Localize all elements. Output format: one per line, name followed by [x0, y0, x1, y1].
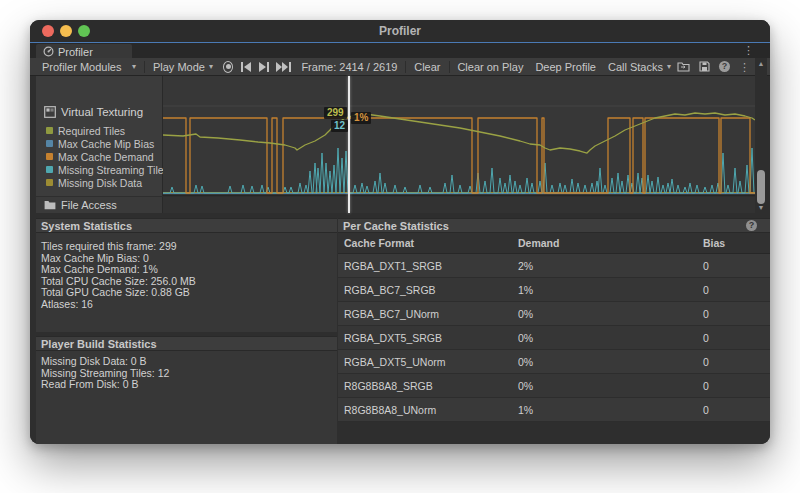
- table-row[interactable]: RGBA_BC7_UNorm 0% 0: [338, 302, 770, 326]
- legend-swatch: [46, 140, 53, 147]
- column-header-demand[interactable]: Demand: [518, 237, 703, 249]
- tab-label: Profiler: [58, 46, 93, 58]
- legend-item-max-cache-demand[interactable]: Max Cache Demand: [46, 150, 169, 163]
- deep-profile-toggle[interactable]: Deep Profile: [529, 58, 602, 76]
- scroll-up-icon[interactable]: ▲: [755, 60, 767, 67]
- virtual-texturing-title: Virtual Texturing: [44, 106, 143, 118]
- next-frame-button[interactable]: [258, 62, 270, 72]
- virtual-texturing-chart[interactable]: [163, 76, 755, 196]
- per-cache-statistics-pane: Per Cache Statistics ? Cache Format Dema…: [338, 213, 770, 444]
- details-region: System Statistics Tiles required this fr…: [30, 213, 770, 444]
- record-button[interactable]: [223, 61, 233, 73]
- skip-to-last-frame-icon: [276, 62, 292, 72]
- statistics-pane: System Statistics Tiles required this fr…: [36, 213, 337, 444]
- tab-menu-kebab-icon[interactable]: ⋮: [743, 44, 754, 56]
- step-forward-icon: [258, 62, 270, 72]
- legend-item-required-tiles[interactable]: Required Tiles: [46, 124, 169, 137]
- player-build-statistics-header: Player Build Statistics: [36, 336, 337, 351]
- toolbar-separator: [144, 61, 145, 73]
- tab-bar: Profiler ⋮: [30, 42, 770, 58]
- save-profile-button[interactable]: [699, 61, 710, 72]
- table-header-row: Cache Format Demand Bias: [338, 233, 770, 254]
- chart-vertical-scrollbar[interactable]: ▲ ▼: [755, 58, 767, 213]
- texture-grid-icon: [44, 106, 56, 118]
- window-title: Profiler: [30, 24, 770, 38]
- per-cache-statistics-header: Per Cache Statistics ?: [338, 218, 770, 233]
- legend-swatch: [46, 127, 53, 134]
- tooltip-demand-value: 1%: [351, 112, 371, 124]
- clear-on-play-toggle[interactable]: Clear on Play: [451, 58, 529, 76]
- folder-icon: [44, 200, 56, 210]
- frame-counter: Frame: 2414 / 2619: [295, 58, 403, 76]
- step-back-icon: [240, 62, 252, 72]
- charts-region: Virtual Texturing Required Tiles Max Cac…: [30, 76, 770, 213]
- virtual-texturing-module-panel[interactable]: Virtual Texturing Required Tiles Max Cac…: [36, 76, 163, 196]
- tooltip-missing-tiles-value: 12: [331, 120, 348, 132]
- toolbar-menu-kebab-icon[interactable]: ⋮: [739, 61, 750, 73]
- chevron-down-icon: ▾: [667, 62, 671, 71]
- load-profile-button[interactable]: [677, 61, 690, 72]
- toolbar-separator: [405, 61, 406, 73]
- table-row[interactable]: RGBA_DXT5_SRGB 0% 0: [338, 326, 770, 350]
- column-header-cache-format[interactable]: Cache Format: [338, 237, 518, 249]
- system-statistics-header: System Statistics: [36, 218, 337, 233]
- stat-line: Tiles required this frame: 299: [41, 241, 337, 253]
- table-row[interactable]: RGBA_DXT5_UNorm 0% 0: [338, 350, 770, 374]
- file-access-title: File Access: [61, 199, 117, 211]
- stat-line: Missing Disk Data: 0 B: [41, 356, 337, 368]
- virtual-texturing-chart-svg: [163, 76, 755, 195]
- previous-frame-button[interactable]: [240, 62, 252, 72]
- system-statistics-body: Tiles required this frame: 299 Max Cache…: [36, 233, 337, 332]
- call-stacks-dropdown[interactable]: Call Stacks ▾: [602, 58, 677, 76]
- record-icon: [226, 64, 231, 69]
- open-folder-icon: [677, 61, 690, 72]
- stat-line: Atlases: 16: [41, 299, 337, 311]
- legend-swatch: [46, 166, 53, 173]
- profiler-gauge-icon: [43, 46, 54, 57]
- virtual-texturing-legend: Required Tiles Max Cache Mip Bias Max Ca…: [46, 124, 169, 189]
- column-header-bias[interactable]: Bias: [703, 237, 763, 249]
- profiler-window: Profiler Profiler ⋮ Profiler Modules ▾ P…: [30, 20, 770, 444]
- table-row[interactable]: RGBA_BC7_SRGB 1% 0: [338, 278, 770, 302]
- scroll-down-icon[interactable]: ▼: [755, 204, 767, 211]
- legend-item-max-cache-mip-bias[interactable]: Max Cache Mip Bias: [46, 137, 169, 150]
- stat-line: Read From Disk: 0 B: [41, 379, 337, 391]
- help-icon[interactable]: ?: [746, 220, 757, 231]
- table-row[interactable]: RGBA_DXT1_SRGB 2% 0: [338, 254, 770, 278]
- scrollbar-thumb[interactable]: [757, 170, 765, 204]
- legend-item-missing-disk-data[interactable]: Missing Disk Data: [46, 176, 169, 189]
- file-access-chart[interactable]: [163, 197, 755, 213]
- playhead-line[interactable]: [348, 76, 350, 213]
- toolbar: Profiler Modules ▾ Play Mode ▾ Frame: 24…: [30, 58, 770, 76]
- save-disk-icon: [699, 61, 710, 72]
- play-mode-dropdown[interactable]: Play Mode ▾: [147, 58, 219, 76]
- file-access-module-panel[interactable]: File Access: [36, 197, 163, 213]
- toolbar-separator: [449, 61, 450, 73]
- tooltip-required-tiles-value: 299: [324, 107, 347, 119]
- chevron-down-icon: ▾: [209, 62, 213, 71]
- title-bar: Profiler: [30, 20, 770, 42]
- legend-swatch: [46, 179, 53, 186]
- legend-swatch: [46, 153, 53, 160]
- player-build-statistics-body: Missing Disk Data: 0 B Missing Streaming…: [36, 351, 337, 444]
- profiler-modules-dropdown[interactable]: Profiler Modules ▾: [36, 58, 142, 76]
- legend-item-missing-streaming-tiles[interactable]: Missing Streaming Tiles: [46, 163, 169, 176]
- clear-button[interactable]: Clear: [408, 58, 446, 76]
- help-icon[interactable]: ?: [719, 61, 730, 72]
- table-row[interactable]: R8G8B8A8_SRGB 0% 0: [338, 374, 770, 398]
- chevron-down-icon: ▾: [132, 62, 136, 71]
- table-row[interactable]: R8G8B8A8_UNorm 1% 0: [338, 398, 770, 422]
- current-frame-button[interactable]: [276, 62, 292, 72]
